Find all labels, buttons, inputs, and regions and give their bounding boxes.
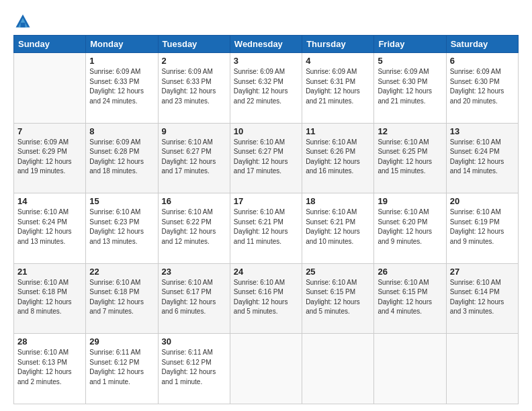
day-info: Sunrise: 6:10 AM Sunset: 6:24 PM Dayligh… — [17, 208, 82, 246]
day-info: Sunrise: 6:10 AM Sunset: 6:17 PM Dayligh… — [162, 278, 226, 317]
calendar-week-row: 7Sunrise: 6:09 AM Sunset: 6:29 PM Daylig… — [14, 123, 519, 193]
day-number: 30 — [162, 336, 226, 347]
day-number: 1 — [89, 56, 154, 66]
calendar-cell: 10Sunrise: 6:10 AM Sunset: 6:27 PM Dayli… — [230, 123, 302, 193]
day-info: Sunrise: 6:10 AM Sunset: 6:22 PM Dayligh… — [162, 208, 226, 246]
day-number: 8 — [89, 126, 154, 136]
day-info: Sunrise: 6:10 AM Sunset: 6:23 PM Dayligh… — [89, 208, 154, 246]
calendar-week-row: 1Sunrise: 6:09 AM Sunset: 6:33 PM Daylig… — [14, 53, 519, 124]
calendar-cell: 4Sunrise: 6:09 AM Sunset: 6:31 PM Daylig… — [302, 53, 374, 124]
day-number: 29 — [89, 336, 154, 347]
calendar-cell: 12Sunrise: 6:10 AM Sunset: 6:25 PM Dayli… — [374, 123, 446, 193]
day-header-friday: Friday — [374, 36, 446, 53]
day-number: 9 — [162, 126, 226, 136]
calendar-cell: 20Sunrise: 6:10 AM Sunset: 6:19 PM Dayli… — [446, 193, 518, 264]
calendar-cell: 13Sunrise: 6:10 AM Sunset: 6:24 PM Dayli… — [446, 123, 518, 193]
day-info: Sunrise: 6:10 AM Sunset: 6:27 PM Dayligh… — [162, 138, 226, 177]
day-info: Sunrise: 6:09 AM Sunset: 6:33 PM Dayligh… — [162, 67, 226, 106]
day-info: Sunrise: 6:11 AM Sunset: 6:12 PM Dayligh… — [162, 348, 226, 387]
day-info: Sunrise: 6:10 AM Sunset: 6:13 PM Dayligh… — [17, 348, 82, 387]
day-number: 14 — [17, 196, 82, 206]
day-number: 25 — [306, 267, 370, 277]
day-info: Sunrise: 6:10 AM Sunset: 6:26 PM Dayligh… — [306, 138, 370, 177]
day-info: Sunrise: 6:10 AM Sunset: 6:15 PM Dayligh… — [306, 278, 370, 317]
calendar-header-row: SundayMondayTuesdayWednesdayThursdayFrid… — [14, 36, 519, 53]
day-info: Sunrise: 6:09 AM Sunset: 6:30 PM Dayligh… — [450, 67, 515, 106]
day-number: 28 — [17, 336, 82, 347]
calendar-cell: 28Sunrise: 6:10 AM Sunset: 6:13 PM Dayli… — [14, 334, 86, 404]
day-number: 17 — [234, 196, 298, 206]
day-info: Sunrise: 6:10 AM Sunset: 6:19 PM Dayligh… — [450, 208, 515, 246]
calendar-cell: 1Sunrise: 6:09 AM Sunset: 6:33 PM Daylig… — [86, 53, 158, 124]
calendar-cell: 30Sunrise: 6:11 AM Sunset: 6:12 PM Dayli… — [158, 334, 230, 404]
day-info: Sunrise: 6:09 AM Sunset: 6:32 PM Dayligh… — [234, 67, 298, 106]
calendar-cell: 3Sunrise: 6:09 AM Sunset: 6:32 PM Daylig… — [230, 53, 302, 124]
day-info: Sunrise: 6:10 AM Sunset: 6:21 PM Dayligh… — [306, 208, 370, 246]
calendar-cell: 14Sunrise: 6:10 AM Sunset: 6:24 PM Dayli… — [14, 193, 86, 264]
calendar-cell: 29Sunrise: 6:11 AM Sunset: 6:12 PM Dayli… — [86, 334, 158, 404]
calendar-cell: 25Sunrise: 6:10 AM Sunset: 6:15 PM Dayli… — [302, 263, 374, 334]
day-info: Sunrise: 6:10 AM Sunset: 6:18 PM Dayligh… — [89, 278, 154, 317]
day-number: 19 — [378, 196, 442, 206]
day-info: Sunrise: 6:09 AM Sunset: 6:29 PM Dayligh… — [17, 138, 82, 177]
day-number: 13 — [450, 126, 515, 136]
logo-icon — [13, 12, 32, 31]
logo — [13, 12, 35, 31]
day-info: Sunrise: 6:09 AM Sunset: 6:31 PM Dayligh… — [306, 67, 370, 106]
calendar-cell: 19Sunrise: 6:10 AM Sunset: 6:20 PM Dayli… — [374, 193, 446, 264]
day-number: 4 — [306, 56, 370, 66]
calendar-cell: 6Sunrise: 6:09 AM Sunset: 6:30 PM Daylig… — [446, 53, 518, 124]
calendar-week-row: 14Sunrise: 6:10 AM Sunset: 6:24 PM Dayli… — [14, 193, 519, 264]
calendar-cell: 9Sunrise: 6:10 AM Sunset: 6:27 PM Daylig… — [158, 123, 230, 193]
calendar-cell: 2Sunrise: 6:09 AM Sunset: 6:33 PM Daylig… — [158, 53, 230, 124]
day-header-sunday: Sunday — [14, 36, 86, 53]
calendar-cell: 16Sunrise: 6:10 AM Sunset: 6:22 PM Dayli… — [158, 193, 230, 264]
day-number: 21 — [17, 267, 82, 277]
calendar-cell: 26Sunrise: 6:10 AM Sunset: 6:15 PM Dayli… — [374, 263, 446, 334]
day-number: 3 — [234, 56, 298, 66]
calendar-cell: 15Sunrise: 6:10 AM Sunset: 6:23 PM Dayli… — [86, 193, 158, 264]
day-info: Sunrise: 6:10 AM Sunset: 6:18 PM Dayligh… — [17, 278, 82, 317]
day-header-saturday: Saturday — [446, 36, 518, 53]
calendar-cell: 11Sunrise: 6:10 AM Sunset: 6:26 PM Dayli… — [302, 123, 374, 193]
day-header-tuesday: Tuesday — [158, 36, 230, 53]
calendar-cell — [302, 334, 374, 404]
calendar-week-row: 21Sunrise: 6:10 AM Sunset: 6:18 PM Dayli… — [14, 263, 519, 334]
calendar-cell: 27Sunrise: 6:10 AM Sunset: 6:14 PM Dayli… — [446, 263, 518, 334]
calendar-cell: 18Sunrise: 6:10 AM Sunset: 6:21 PM Dayli… — [302, 193, 374, 264]
calendar-table: SundayMondayTuesdayWednesdayThursdayFrid… — [13, 35, 519, 404]
day-info: Sunrise: 6:09 AM Sunset: 6:30 PM Dayligh… — [378, 67, 442, 106]
calendar-cell — [374, 334, 446, 404]
day-number: 22 — [89, 267, 154, 277]
day-number: 6 — [450, 56, 515, 66]
day-info: Sunrise: 6:10 AM Sunset: 6:21 PM Dayligh… — [234, 208, 298, 246]
day-number: 2 — [162, 56, 226, 66]
calendar-cell — [446, 334, 518, 404]
calendar-cell: 7Sunrise: 6:09 AM Sunset: 6:29 PM Daylig… — [14, 123, 86, 193]
day-number: 24 — [234, 267, 298, 277]
calendar-cell: 24Sunrise: 6:10 AM Sunset: 6:16 PM Dayli… — [230, 263, 302, 334]
calendar-cell: 8Sunrise: 6:09 AM Sunset: 6:28 PM Daylig… — [86, 123, 158, 193]
calendar-cell — [14, 53, 86, 124]
day-number: 15 — [89, 196, 154, 206]
day-number: 23 — [162, 267, 226, 277]
calendar-cell: 23Sunrise: 6:10 AM Sunset: 6:17 PM Dayli… — [158, 263, 230, 334]
day-number: 20 — [450, 196, 515, 206]
day-number: 16 — [162, 196, 226, 206]
calendar-cell: 5Sunrise: 6:09 AM Sunset: 6:30 PM Daylig… — [374, 53, 446, 124]
calendar-cell — [230, 334, 302, 404]
day-number: 18 — [306, 196, 370, 206]
day-info: Sunrise: 6:10 AM Sunset: 6:25 PM Dayligh… — [378, 138, 442, 177]
page: SundayMondayTuesdayWednesdayThursdayFrid… — [0, 0, 532, 411]
calendar-week-row: 28Sunrise: 6:10 AM Sunset: 6:13 PM Dayli… — [14, 334, 519, 404]
day-info: Sunrise: 6:10 AM Sunset: 6:16 PM Dayligh… — [234, 278, 298, 317]
svg-rect-2 — [21, 23, 26, 28]
day-info: Sunrise: 6:10 AM Sunset: 6:15 PM Dayligh… — [378, 278, 442, 317]
calendar-cell: 21Sunrise: 6:10 AM Sunset: 6:18 PM Dayli… — [14, 263, 86, 334]
day-info: Sunrise: 6:10 AM Sunset: 6:27 PM Dayligh… — [234, 138, 298, 177]
day-header-wednesday: Wednesday — [230, 36, 302, 53]
day-header-monday: Monday — [86, 36, 158, 53]
calendar-cell: 22Sunrise: 6:10 AM Sunset: 6:18 PM Dayli… — [86, 263, 158, 334]
header — [13, 12, 519, 31]
day-number: 12 — [378, 126, 442, 136]
